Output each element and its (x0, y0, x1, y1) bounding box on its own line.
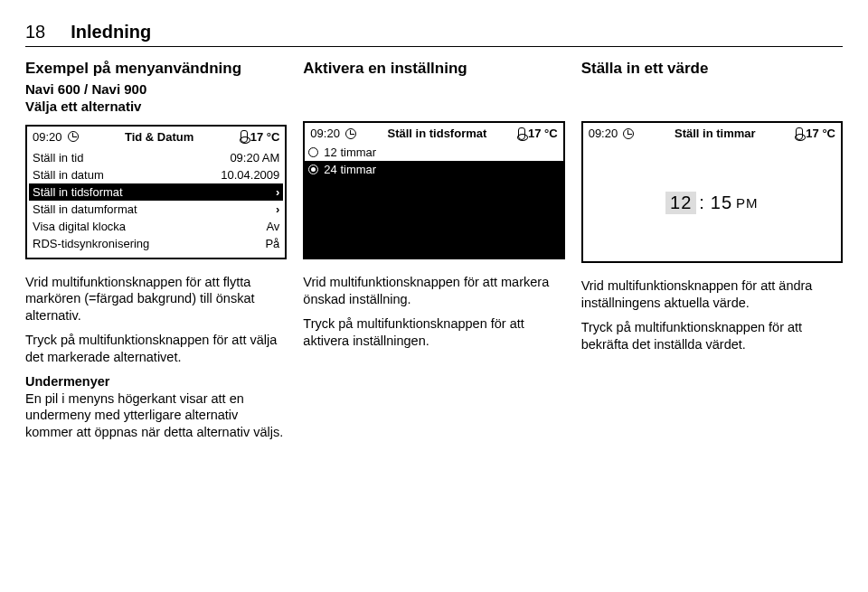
screen2-temp: 17 °C (518, 127, 558, 140)
column-right: Ställa in ett värde 09:20 Ställ in timma… (581, 60, 843, 448)
col3-heading: Ställa in ett värde (581, 60, 843, 78)
col3-paragraph-1: Vrid multifunktionsknappen för att ändra… (581, 277, 843, 312)
screen1-time: 09:20 (33, 130, 62, 144)
value: 10.04.2009 (221, 168, 279, 182)
time-colon: : (699, 193, 705, 213)
label: Visa digital klocka (33, 220, 126, 233)
label: RDS-tidsynkronisering (33, 237, 149, 250)
chevron-right-icon: › (276, 202, 279, 216)
screen2-blank (303, 178, 564, 259)
chevron-right-icon: › (276, 185, 279, 199)
value: Av (266, 220, 279, 233)
label: Ställ in tidsformat (33, 185, 123, 199)
screen2-title: Ställ in tidsformat (362, 127, 513, 140)
thermometer-icon (241, 130, 248, 143)
column-middle: Aktivera en inställning 09:20 Ställ in t… (303, 60, 564, 448)
menu-item-set-time[interactable]: Ställ in tid 09:20 AM (33, 149, 279, 166)
thermometer-icon (796, 127, 803, 140)
clock-icon (623, 128, 634, 139)
page-header: 18 Inledning (25, 22, 843, 47)
page-number: 18 (25, 22, 45, 42)
col1-paragraph-3: En pil i menyns högerkant visar att en u… (25, 390, 287, 442)
radio-icon-selected (308, 164, 318, 174)
screen-set-hours: 09:20 Ställ in timmar 17 °C 12 : 15 PM (581, 121, 843, 263)
value: På (265, 237, 279, 250)
value: 09:20 AM (230, 151, 279, 164)
screen3-time: 09:20 (589, 127, 618, 140)
menu-item-set-timeformat[interactable]: Ställ in tidsformat › (29, 183, 283, 201)
screen3-statusbar: 09:20 Ställ in timmar 17 °C (583, 123, 841, 144)
screen3-title: Ställ in timmar (639, 127, 790, 140)
menu-item-set-dateformat[interactable]: Ställ in datumformat › (33, 201, 279, 218)
radio-option-24h[interactable]: 24 timmar (305, 161, 562, 178)
col3-paragraph-2: Tryck på multifunktionsknappen för att b… (581, 319, 843, 353)
label: Ställ in tid (33, 151, 83, 164)
label: Ställ in datumformat (33, 202, 137, 216)
clock-icon (345, 128, 356, 139)
page-title: Inledning (71, 22, 151, 42)
radio-icon (308, 147, 318, 157)
col1-paragraph-1: Vrid multifunktionsknappen för att flytt… (25, 274, 287, 325)
screen2-options: 12 timmar 24 timmar (305, 144, 562, 259)
spacer (581, 81, 843, 121)
col2-heading: Aktivera en inställning (303, 60, 564, 78)
label: Ställ in datum (33, 168, 104, 182)
screen2-time: 09:20 (310, 127, 340, 140)
col2-paragraph-1: Vrid multifunktionsknappen för att marke… (303, 274, 564, 308)
col2-paragraph-2: Tryck på multifunktionsknappen för att a… (303, 315, 564, 350)
screen3-temp: 17 °C (796, 127, 835, 140)
screen-time-date: 09:20 Tid & Datum 17 °C Ställ in tid 09:… (25, 125, 287, 259)
spacer (303, 81, 564, 121)
time-value-display[interactable]: 12 : 15 PM (583, 144, 841, 261)
col1-heading: Exempel på menyanvändning (25, 60, 287, 78)
menu-item-show-digital-clock[interactable]: Visa digital klocka Av (33, 218, 279, 235)
col1-subhead: Navi 600 / Navi 900 Välja ett alternativ (25, 81, 287, 116)
hours-value: 12 (665, 192, 696, 214)
ampm-value: PM (736, 195, 759, 211)
clock-icon (68, 131, 79, 142)
menu-item-set-date[interactable]: Ställ in datum 10.04.2009 (33, 166, 279, 183)
menu-item-rds-sync[interactable]: RDS-tidsynkronisering På (33, 235, 279, 252)
screen1-statusbar: 09:20 Tid & Datum 17 °C (27, 127, 285, 147)
option-label: 12 timmar (324, 146, 376, 159)
col1-paragraph-2: Tryck på multifunktionsknappen för att v… (25, 332, 287, 366)
screen1-title: Tid & Datum (84, 130, 235, 144)
col1-submenus-title: Undermenyer (25, 373, 287, 390)
screen2-temp-value: 17 °C (528, 127, 558, 140)
content-columns: Exempel på menyanvändning Navi 600 / Nav… (25, 60, 843, 448)
column-left: Exempel på menyanvändning Navi 600 / Nav… (25, 60, 287, 448)
minutes-value: 15 (711, 193, 732, 213)
screen-timeformat: 09:20 Ställ in tidsformat 17 °C 12 timma… (303, 121, 564, 259)
option-label: 24 timmar (324, 163, 376, 176)
screen3-temp-value: 17 °C (806, 127, 835, 140)
screen1-temp: 17 °C (241, 130, 280, 144)
screen2-statusbar: 09:20 Ställ in tidsformat 17 °C (305, 123, 562, 144)
thermometer-icon (518, 127, 525, 140)
screen1-rows: Ställ in tid 09:20 AM Ställ in datum 10.… (27, 147, 285, 258)
radio-option-12h[interactable]: 12 timmar (305, 144, 562, 161)
screen1-temp-value: 17 °C (250, 130, 280, 144)
